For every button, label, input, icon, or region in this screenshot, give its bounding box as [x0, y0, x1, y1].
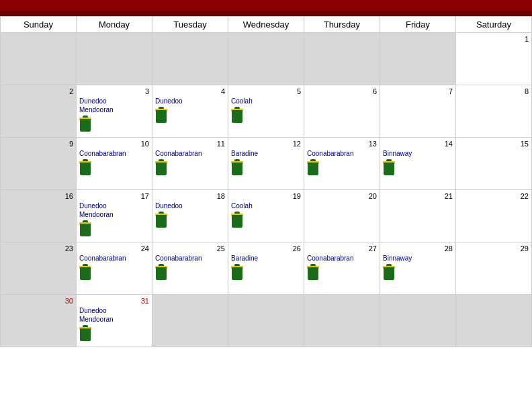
- header: [0, 0, 532, 16]
- day-number: 7: [383, 87, 453, 95]
- bin-icon: [231, 263, 301, 281]
- day-of-week-header: Wednesday: [228, 17, 304, 33]
- calendar-cell: 2: [1, 85, 77, 138]
- calendar-cell: 9: [1, 138, 77, 190]
- day-of-week-header: Sunday: [1, 17, 77, 33]
- day-number: 24: [79, 244, 149, 253]
- calendar-cell: 13Coonabarabran: [304, 138, 380, 190]
- calendar-cell: 23: [1, 242, 77, 295]
- calendar-cell: [152, 295, 228, 347]
- bin-icon: [383, 158, 453, 177]
- calendar-cell: 6: [304, 85, 380, 138]
- bin-icon: [307, 158, 377, 177]
- event-label: Binnaway: [383, 149, 453, 158]
- event-label: Coolah: [231, 201, 301, 210]
- day-number: 1: [459, 35, 529, 43]
- day-number: 12: [231, 140, 301, 148]
- day-number: 11: [155, 140, 225, 148]
- day-number: 9: [3, 140, 73, 148]
- day-of-week-header: Friday: [380, 17, 456, 33]
- calendar-cell: [304, 295, 380, 347]
- bin-icon: [79, 219, 149, 238]
- event-label: Baradine: [231, 149, 301, 158]
- day-number: 13: [307, 140, 377, 148]
- calendar-cell: 7: [380, 85, 456, 138]
- bin-icon: [231, 105, 301, 124]
- calendar-cell: 28Binnaway: [380, 242, 456, 295]
- day-of-week-header: Tuesday: [152, 17, 228, 33]
- bin-icon: [155, 263, 225, 281]
- day-number: 30: [3, 297, 73, 305]
- calendar-cell: 22: [456, 190, 532, 242]
- day-number: 2: [3, 87, 73, 95]
- calendar-cell: 10Coonabarabran: [77, 138, 152, 190]
- calendar-cell: 25Coonabarabran: [152, 242, 228, 295]
- calendar-cell: 27Coonabarabran: [304, 242, 380, 295]
- event-label: Dunedoo Mendooran: [79, 97, 149, 114]
- day-number: 21: [383, 192, 453, 200]
- event-label: Coonabarabran: [307, 149, 377, 158]
- event-label: Dunedoo Mendooran: [79, 306, 149, 324]
- event-label: Dunedoo Mendooran: [79, 201, 149, 219]
- bin-icon: [155, 210, 225, 229]
- calendar-cell: 14Binnaway: [380, 138, 456, 190]
- calendar-cell: 30: [1, 295, 77, 347]
- day-number: 22: [459, 192, 529, 200]
- calendar-cell: 12Baradine: [228, 138, 304, 190]
- bin-icon: [79, 114, 149, 133]
- event-label: Coonabarabran: [79, 149, 149, 158]
- event-label: Dunedoo: [155, 97, 225, 105]
- day-number: 26: [231, 244, 301, 253]
- calendar-cell: 3Dunedoo Mendooran: [77, 85, 152, 138]
- day-number: 14: [383, 140, 453, 148]
- calendar-cell: 31Dunedoo Mendooran: [77, 295, 152, 347]
- bin-icon: [307, 263, 377, 281]
- bin-icon: [231, 158, 301, 177]
- calendar-cell: 1: [456, 33, 532, 85]
- calendar-cell: 11Coonabarabran: [152, 138, 228, 190]
- day-number: 28: [383, 244, 453, 253]
- day-number: 16: [3, 192, 73, 200]
- calendar-cell: [228, 33, 304, 85]
- calendar-cell: [1, 33, 77, 85]
- calendar-cell: 5Coolah: [228, 85, 304, 138]
- calendar-cell: 8: [456, 85, 532, 138]
- calendar-cell: 17Dunedoo Mendooran: [77, 190, 152, 242]
- event-label: Binnaway: [383, 254, 453, 263]
- event-label: Dunedoo: [155, 201, 225, 210]
- day-number: 31: [79, 297, 149, 305]
- day-number: 25: [155, 244, 225, 253]
- calendar-cell: [380, 295, 456, 347]
- bin-icon: [383, 263, 453, 281]
- day-number: 20: [307, 192, 377, 200]
- calendar-cell: 21: [380, 190, 456, 242]
- day-number: 18: [155, 192, 225, 200]
- day-number: 8: [459, 87, 529, 95]
- day-number: 19: [231, 192, 301, 200]
- bin-icon: [79, 324, 149, 342]
- calendar-cell: [304, 33, 380, 85]
- bin-icon: [155, 105, 225, 124]
- calendar-cell: 15: [456, 138, 532, 190]
- calendar-cell: 16: [1, 190, 77, 242]
- bin-icon: [79, 158, 149, 177]
- calendar-cell: 24Coonabarabran: [77, 242, 152, 295]
- event-label: Coonabarabran: [79, 254, 149, 263]
- header-stripe: [0, 11, 532, 16]
- calendar-cell: [228, 295, 304, 347]
- day-number: 6: [307, 87, 377, 95]
- calendar-cell: 26Baradine: [228, 242, 304, 295]
- calendar-cell: [77, 33, 152, 85]
- calendar-cell: 4Dunedoo: [152, 85, 228, 138]
- event-label: Coonabarabran: [155, 254, 225, 263]
- event-label: Coonabarabran: [307, 254, 377, 263]
- calendar-cell: 19Coolah: [228, 190, 304, 242]
- bin-icon: [231, 210, 301, 229]
- event-label: Coolah: [231, 97, 301, 105]
- day-number: 23: [3, 244, 73, 253]
- day-number: 17: [79, 192, 149, 200]
- event-label: Baradine: [231, 254, 301, 263]
- day-number: 10: [79, 140, 149, 148]
- day-of-week-header: Thursday: [304, 17, 380, 33]
- calendar-cell: 20: [304, 190, 380, 242]
